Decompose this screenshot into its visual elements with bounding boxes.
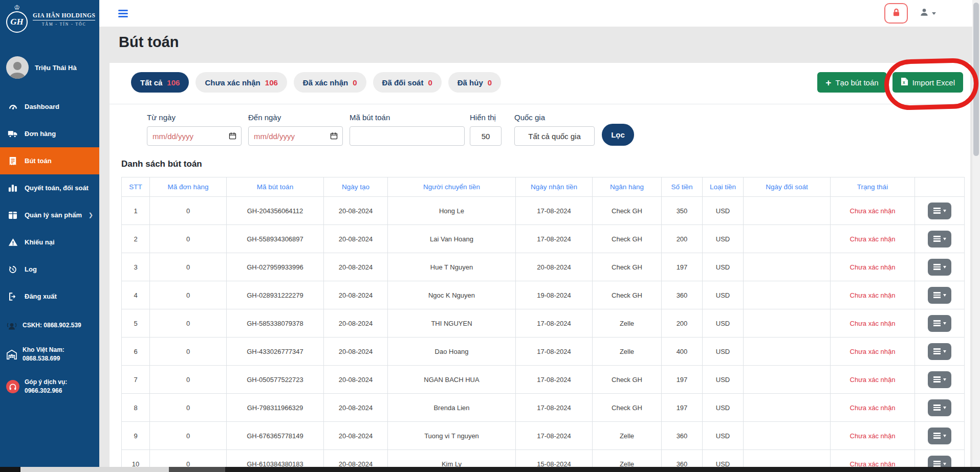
tab-da-huy[interactable]: Đã hủy 0 bbox=[448, 72, 501, 93]
actions-cell bbox=[915, 225, 965, 253]
cell: USD bbox=[703, 422, 744, 450]
col-header: Ngày đối soát bbox=[744, 177, 831, 197]
tab-chua-xac-nhan[interactable]: Chưa xác nhận 106 bbox=[195, 72, 287, 93]
col-header: Ngày nhận tiền bbox=[516, 177, 593, 197]
cell: 200 bbox=[662, 225, 703, 253]
sidebar-item-label: Log bbox=[25, 265, 37, 273]
sidebar-item-dashboard[interactable]: Dashboard bbox=[0, 93, 99, 120]
contact-cskh[interactable]: CSKH: 0868.902.539 bbox=[0, 313, 99, 339]
to-date-input[interactable] bbox=[248, 126, 343, 146]
lock-button[interactable] bbox=[884, 3, 908, 24]
contact-line1: Góp ý dịch vụ: bbox=[25, 378, 67, 386]
caret-down-icon bbox=[943, 210, 946, 212]
tab-label: Đã đối soát bbox=[382, 78, 424, 87]
row-actions-button[interactable] bbox=[928, 231, 951, 248]
cell: 20-08-2024 bbox=[324, 394, 388, 422]
cell: GH-558934306897 bbox=[227, 225, 324, 253]
caret-down-icon bbox=[943, 407, 946, 409]
cell: Check GH bbox=[593, 197, 662, 225]
cell: USD bbox=[703, 253, 744, 281]
brand-text: GIA HÂN HOLDINGS TÂM - TÍN - TỐC bbox=[33, 12, 95, 27]
cell: USD bbox=[703, 197, 744, 225]
sidebar-item-quan-ly-san-pham[interactable]: Quản lý sản phẩm ❯ bbox=[0, 201, 99, 229]
cell: 20-08-2024 bbox=[324, 281, 388, 309]
cell: Zelle bbox=[593, 309, 662, 338]
col-header: Mã đơn hàng bbox=[150, 177, 227, 197]
caret-down-icon bbox=[943, 266, 946, 268]
filter-from-date: Từ ngày bbox=[147, 113, 242, 146]
plus-icon: + bbox=[825, 78, 831, 87]
sidebar: ♔ GH GIA HÂN HOLDINGS TÂM - TÍN - TỐC Tr… bbox=[0, 0, 99, 472]
col-header: Ngân hàng bbox=[593, 177, 662, 197]
sidebar-item-but-toan[interactable]: Bút toán bbox=[0, 147, 99, 174]
sidebar-item-quyet-toan[interactable]: Quyết toán, đối soát bbox=[0, 174, 99, 201]
horizontal-scrollbar[interactable] bbox=[0, 467, 980, 472]
row-actions-button[interactable] bbox=[928, 203, 951, 219]
filter-submit-button[interactable]: Lọc bbox=[602, 124, 634, 146]
cell: 17-08-2024 bbox=[516, 366, 593, 394]
row-actions-button[interactable] bbox=[928, 399, 951, 416]
sidebar-item-label: Quản lý sản phẩm bbox=[25, 211, 82, 219]
tab-da-xac-nhan[interactable]: Đã xác nhận 0 bbox=[294, 72, 366, 93]
cell: 17-08-2024 bbox=[516, 422, 593, 450]
caret-down-icon bbox=[943, 435, 946, 437]
table-header-row: STT Mã đơn hàng Mã bút toán Ngày tạo Ngư… bbox=[122, 177, 965, 197]
tab-count: 106 bbox=[265, 78, 278, 87]
cell: 0 bbox=[150, 197, 227, 225]
brand-title: GIA HÂN HOLDINGS bbox=[33, 12, 95, 20]
row-actions-button[interactable] bbox=[928, 315, 951, 332]
cell: 0 bbox=[150, 338, 227, 366]
tab-label: Đã xác nhận bbox=[303, 78, 348, 87]
sidebar-item-label: Đăng xuất bbox=[25, 293, 57, 300]
row-actions-button[interactable] bbox=[928, 371, 951, 388]
cell bbox=[744, 394, 831, 422]
limit-input[interactable] bbox=[470, 126, 502, 146]
user-icon bbox=[919, 7, 929, 19]
cell: 20-08-2024 bbox=[324, 338, 388, 366]
col-header: Số tiền bbox=[662, 177, 703, 197]
menu-toggle-icon[interactable] bbox=[118, 8, 128, 19]
sidebar-item-don-hang[interactable]: Đơn hàng bbox=[0, 120, 99, 147]
actions-cell bbox=[915, 281, 965, 309]
tab-da-doi-soat[interactable]: Đã đối soát 0 bbox=[373, 72, 442, 93]
row-actions-button[interactable] bbox=[928, 259, 951, 276]
from-date-label: Từ ngày bbox=[147, 113, 242, 122]
menu-icon bbox=[933, 263, 941, 271]
from-date-input[interactable] bbox=[147, 126, 242, 146]
create-entry-button[interactable]: + Tạo bút toán bbox=[817, 72, 886, 93]
entry-code-input[interactable] bbox=[350, 126, 465, 146]
sign-out-icon bbox=[7, 292, 18, 301]
contact-gop-y[interactable]: Góp ý dịch vụ: 0966.302.966 bbox=[0, 371, 99, 403]
cell: 0 bbox=[150, 394, 227, 422]
status-cell: Chưa xác nhận bbox=[831, 281, 915, 309]
table-title: Danh sách bút toán bbox=[121, 159, 970, 169]
row-actions-button[interactable] bbox=[928, 428, 951, 444]
cell: USD bbox=[703, 281, 744, 309]
truck-icon bbox=[7, 129, 18, 139]
user-profile: Triệu Thái Hà bbox=[0, 38, 99, 79]
sidebar-item-khieu-nai[interactable]: Khiếu nại bbox=[0, 229, 99, 256]
cell: Check GH bbox=[593, 225, 662, 253]
filter-country: Quốc gia Tất cả quốc gia bbox=[514, 113, 595, 146]
tab-tat-ca[interactable]: Tất cả 106 bbox=[131, 72, 189, 93]
cell: Hong Le bbox=[388, 197, 516, 225]
row-actions-button[interactable] bbox=[928, 343, 951, 360]
user-menu[interactable] bbox=[919, 7, 936, 19]
contact-line1: Kho Việt Nam: bbox=[23, 346, 64, 353]
cell bbox=[744, 253, 831, 281]
hscroll-track[interactable] bbox=[20, 467, 169, 472]
user-name: Triệu Thái Hà bbox=[35, 64, 77, 72]
cell bbox=[744, 366, 831, 394]
status-tabs: Tất cả 106 Chưa xác nhận 106 Đã xác nhận… bbox=[131, 72, 501, 93]
col-header: Loại tiền bbox=[703, 177, 744, 197]
country-select[interactable]: Tất cả quốc gia bbox=[514, 126, 595, 146]
cell: 1 bbox=[122, 197, 150, 225]
tab-count: 0 bbox=[488, 78, 492, 87]
hscroll-thumb[interactable] bbox=[169, 467, 225, 472]
cell: 17-08-2024 bbox=[516, 309, 593, 338]
row-actions-button[interactable] bbox=[928, 287, 951, 304]
sidebar-item-log[interactable]: Log bbox=[0, 256, 99, 283]
contact-kho-viet-nam[interactable]: Kho Việt Nam: 0868.538.699 bbox=[0, 339, 99, 371]
sidebar-item-dang-xuat[interactable]: Đăng xuất bbox=[0, 283, 99, 310]
status-cell: Chưa xác nhận bbox=[831, 366, 915, 394]
